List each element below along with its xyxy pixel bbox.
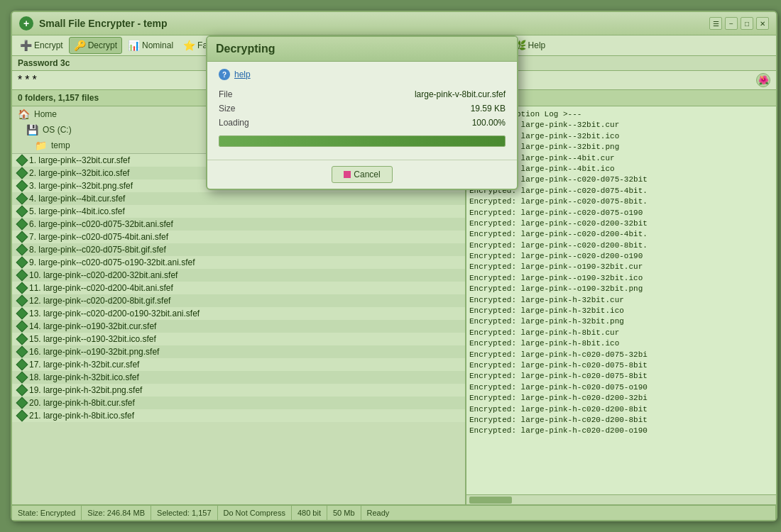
- file-item[interactable]: 15. large-pink--o190-32bit.ico.sfef: [12, 333, 465, 345]
- log-line: Encrypted: large-pink-h-c020-d075-o190: [469, 382, 773, 393]
- maximize-button[interactable]: □: [741, 17, 753, 30]
- file-name: 11. large-pink--c020-d200-4bit.ani.sfef: [29, 283, 173, 293]
- file-diamond-icon: [16, 321, 28, 333]
- file-name: 5. large-pink--4bit.ico.sfef: [29, 206, 125, 216]
- log-line: Encrypted: large-pink--c020-d200-32bit: [469, 218, 773, 229]
- file-name: 19. large-pink-h-32bit.png.sfef: [29, 385, 142, 395]
- password-label: Password 3c: [18, 58, 70, 68]
- loading-value: 100.00%: [472, 118, 506, 128]
- log-scroll-horizontal[interactable]: [466, 494, 776, 504]
- file-item[interactable]: 8. large-pink--c020-d075-8bit.gif.sfef: [12, 243, 465, 256]
- log-line: Encrypted: large-pink-h-8bit.ico: [469, 338, 773, 349]
- decrypt-label: Decrypt: [88, 40, 117, 50]
- log-line: Encrypted: large-pink-h-c020-d200-8bit: [469, 404, 773, 415]
- file-item[interactable]: 13. large-pink--c020-d200-o190-32bit.ani…: [12, 307, 465, 320]
- file-value: large-pink-v-8bit.cur.sfef: [415, 90, 506, 99]
- title-bar: + Small File Encrypter - temp ☰ − □ ✕: [12, 12, 776, 35]
- file-item[interactable]: 14. large-pink--o190-32bit.cur.sfef: [12, 320, 465, 333]
- cancel-icon: [344, 171, 351, 178]
- file-list: 1. large-pink--32bit.cur.sfef2. large-pi…: [12, 154, 465, 422]
- file-item[interactable]: 4. large-pink--4bit.cur.sfef: [12, 192, 465, 205]
- file-item[interactable]: 19. large-pink-h-32bit.png.sfef: [12, 384, 465, 397]
- file-item[interactable]: 5. large-pink--4bit.ico.sfef: [12, 205, 465, 218]
- file-item[interactable]: 7. large-pink--c020-d075-4bit.ani.sfef: [12, 231, 465, 243]
- file-diamond-icon: [16, 359, 28, 371]
- file-item[interactable]: 9. large-pink--c020-d075-o190-32bit.ani.…: [12, 256, 465, 269]
- file-diamond-icon: [16, 372, 28, 384]
- cancel-label: Cancel: [354, 170, 380, 179]
- drive-icon: 💾: [26, 124, 38, 135]
- log-line: Encrypted: large-pink-h-c020-d075-8bit: [469, 371, 773, 382]
- minimize-button[interactable]: −: [725, 17, 738, 30]
- log-line: Encrypted: large-pink-h-c020-d200-o190: [469, 426, 773, 436]
- home-label: Home: [34, 109, 57, 119]
- file-diamond-icon: [16, 270, 28, 282]
- file-item[interactable]: 16. large-pink--o190-32bit.png.sfef: [12, 345, 465, 358]
- status-speed: 50 Mb: [327, 506, 361, 520]
- file-item[interactable]: 18. large-pink-h-32bit.ico.sfef: [12, 371, 465, 384]
- cancel-button[interactable]: Cancel: [332, 166, 392, 183]
- file-name: 2. large-pink--32bit.ico.sfef: [29, 168, 129, 178]
- file-name: 18. large-pink-h-32bit.ico.sfef: [29, 372, 139, 382]
- password-dots: ***: [18, 74, 40, 87]
- close-button[interactable]: ✕: [756, 17, 769, 30]
- file-diamond-icon: [16, 167, 28, 179]
- title-bar-left: + Small File Encrypter - temp: [19, 16, 168, 31]
- progress-bar-fill: [219, 136, 505, 146]
- password-menu-button[interactable]: 🌺: [756, 73, 770, 87]
- file-name: 20. large-pink-h-8bit.cur.sfef: [29, 398, 135, 408]
- file-count: 0 folders, 1,157 files: [18, 93, 99, 103]
- status-state: State: Encrypted: [12, 506, 82, 520]
- log-line: Encrypted: large-pink--c020-d200-8bit.: [469, 240, 773, 251]
- nominal-icon: 📊: [128, 40, 140, 51]
- window-title: Small File Encrypter - temp: [39, 18, 168, 29]
- status-ready: Ready: [361, 506, 776, 520]
- file-name: 15. large-pink--o190-32bit.ico.sfef: [29, 334, 156, 344]
- dialog-size-row: Size 19.59 KB: [219, 101, 506, 116]
- decrypt-icon: 🔑: [74, 40, 86, 51]
- log-line: Encrypted: large-pink--o190-32bit.ico: [469, 273, 773, 284]
- file-diamond-icon: [16, 308, 28, 320]
- file-item[interactable]: 10. large-pink--c020-d200-32bit.ani.sfef: [12, 269, 465, 282]
- menu-item-decrypt[interactable]: 🔑 Decrypt: [69, 37, 122, 54]
- encrypt-icon: ➕: [20, 40, 32, 51]
- file-diamond-icon: [16, 384, 28, 397]
- file-name: 16. large-pink--o190-32bit.png.sfef: [29, 347, 159, 357]
- log-line: Encrypted: large-pink--o190-32bit.png: [469, 284, 773, 294]
- file-item[interactable]: 21. large-pink-h-8bit.ico.sfef: [12, 409, 465, 422]
- file-name: 6. large-pink--c020-d075-32bit.ani.sfef: [29, 219, 173, 229]
- file-diamond-icon: [16, 244, 28, 256]
- file-item[interactable]: 12. large-pink--c020-d200-8bit.gif.sfef: [12, 294, 465, 307]
- log-line: Encrypted: large-pink-h-c020-d075-8bit: [469, 360, 773, 371]
- size-value: 19.59 KB: [471, 104, 506, 113]
- menu-button[interactable]: ☰: [709, 17, 722, 30]
- file-diamond-icon: [16, 218, 28, 231]
- home-icon: 🏠: [18, 109, 30, 120]
- log-line: Encrypted: large-pink-h-c020-d075-32bi: [469, 350, 773, 360]
- size-label: Size: [219, 104, 235, 113]
- log-line: Encrypted: large-pink--c020-d200-4bit.: [469, 229, 773, 240]
- loading-label: Loading: [219, 118, 249, 128]
- file-diamond-icon: [16, 346, 28, 358]
- file-name: 12. large-pink--c020-d200-8bit.gif.sfef: [29, 296, 170, 306]
- file-diamond-icon: [16, 231, 28, 243]
- file-item[interactable]: 11. large-pink--c020-d200-4bit.ani.sfef: [12, 282, 465, 294]
- file-diamond-icon: [16, 180, 28, 192]
- menu-item-nominal[interactable]: 📊 Nominal: [124, 38, 178, 53]
- file-item[interactable]: 20. large-pink-h-8bit.cur.sfef: [12, 397, 465, 409]
- status-bits: 480 bit: [292, 506, 327, 520]
- scroll-thumb: [469, 497, 512, 504]
- log-line: Encrypted: large-pink-h-8bit.cur: [469, 328, 773, 338]
- menu-item-encrypt[interactable]: ➕ Encrypt: [16, 38, 67, 53]
- file-diamond-icon: [16, 397, 28, 409]
- file-name: 13. large-pink--c020-d200-o190-32bit.ani…: [29, 309, 200, 318]
- encrypt-label: Encrypt: [34, 40, 63, 50]
- folder-label: temp: [51, 140, 70, 150]
- decrypt-dialog: Decrypting ? help File large-pink-v-8bit…: [206, 90, 518, 190]
- log-line: Encrypted: large-pink-h-32bit.ico: [469, 306, 773, 316]
- progress-bar-container: [219, 135, 506, 147]
- file-item[interactable]: 6. large-pink--c020-d075-32bit.ani.sfef: [12, 218, 465, 231]
- log-line: Encrypted: large-pink--c020-d075-o190: [469, 208, 773, 218]
- file-label: File: [219, 90, 232, 99]
- file-item[interactable]: 17. large-pink-h-32bit.cur.sfef: [12, 358, 465, 371]
